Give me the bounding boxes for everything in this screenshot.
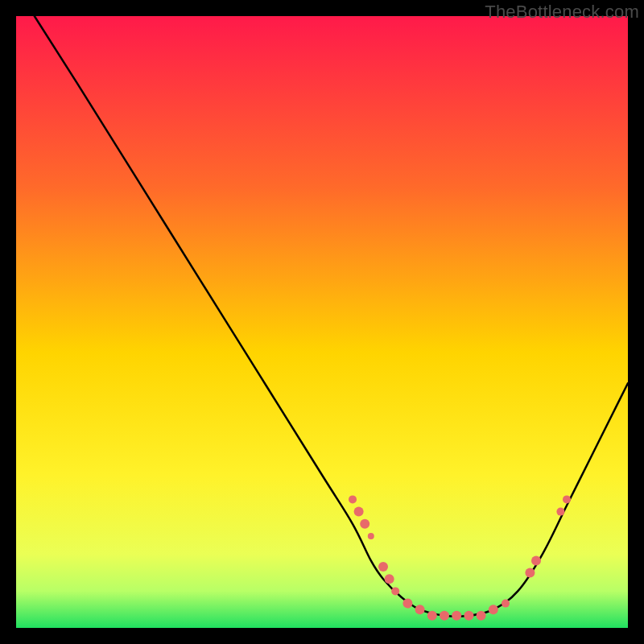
data-point xyxy=(385,574,394,584)
data-point xyxy=(563,495,571,503)
data-point xyxy=(531,555,541,565)
data-point xyxy=(368,533,374,539)
chart-svg xyxy=(16,16,628,628)
chart-frame xyxy=(16,16,628,628)
data-point xyxy=(452,611,461,621)
data-point xyxy=(556,508,564,516)
data-point xyxy=(440,611,449,621)
data-point xyxy=(391,587,399,595)
gradient-background xyxy=(16,16,628,628)
data-point xyxy=(477,611,486,621)
watermark-text: TheBottleneck.com xyxy=(485,2,639,23)
data-point xyxy=(378,562,388,572)
data-point xyxy=(415,605,425,614)
data-point xyxy=(354,507,364,517)
data-point xyxy=(464,611,473,621)
data-point xyxy=(402,599,412,609)
data-point xyxy=(427,611,437,621)
data-point xyxy=(489,605,498,614)
data-point xyxy=(360,519,369,529)
data-point xyxy=(525,568,535,578)
data-point xyxy=(349,495,357,503)
data-point xyxy=(502,600,510,608)
